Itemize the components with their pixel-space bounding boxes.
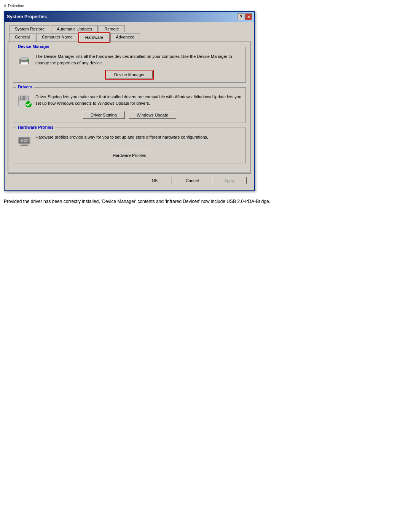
detection-label: 4. Detection bbox=[4, 4, 407, 8]
tab-general[interactable]: General bbox=[9, 33, 35, 42]
tab-hardware[interactable]: Hardware bbox=[79, 33, 110, 42]
device-manager-buttons: Device Manager bbox=[17, 71, 242, 78]
title-bar-buttons: ? ✕ bbox=[237, 13, 252, 20]
hardware-profiles-section: Hardware Profiles Hardware prof bbox=[13, 128, 246, 163]
bottom-description: Provided the driver has been correctly i… bbox=[4, 198, 346, 205]
tabs-row-1: System Restore Automatic Updates Remote bbox=[8, 25, 251, 32]
svg-rect-15 bbox=[24, 139, 28, 140]
svg-rect-8 bbox=[21, 96, 22, 99]
svg-rect-3 bbox=[22, 62, 27, 63]
dialog-content: System Restore Automatic Updates Remote … bbox=[5, 22, 254, 190]
device-manager-inner: The Device Manager lists all the hardwar… bbox=[17, 53, 242, 68]
drivers-description: Driver Signing lets you make sure that i… bbox=[35, 94, 242, 106]
drivers-inner: Driver Signing lets you make sure that i… bbox=[17, 94, 242, 108]
hardware-profiles-section-title: Hardware Profiles bbox=[16, 125, 55, 129]
cancel-button[interactable]: Cancel bbox=[175, 177, 209, 184]
hardware-tab-panel: Device Manager The Device Manager lists … bbox=[8, 42, 251, 173]
svg-rect-2 bbox=[21, 62, 28, 65]
device-manager-section: Device Manager The Device Manager lists … bbox=[13, 47, 246, 83]
system-properties-dialog: System Properties ? ✕ System Restore Aut… bbox=[4, 11, 255, 191]
apply-button[interactable]: Apply bbox=[212, 177, 247, 184]
svg-rect-14 bbox=[21, 139, 23, 142]
help-button[interactable]: ? bbox=[237, 13, 244, 20]
ok-button[interactable]: OK bbox=[138, 177, 172, 184]
svg-rect-4 bbox=[22, 64, 25, 64]
tab-automatic-updates[interactable]: Automatic Updates bbox=[51, 25, 98, 32]
tab-computer-name[interactable]: Computer Name bbox=[36, 33, 78, 42]
dialog-footer: OK Cancel Apply bbox=[8, 173, 251, 187]
close-button[interactable]: ✕ bbox=[245, 13, 252, 20]
svg-rect-1 bbox=[21, 57, 28, 60]
hardware-profiles-buttons: Hardware Profiles bbox=[17, 152, 242, 159]
device-manager-icon bbox=[17, 53, 32, 68]
dialog-title: System Properties bbox=[7, 14, 47, 19]
drivers-icon bbox=[17, 94, 32, 108]
tabs-row-2: General Computer Name Hardware Advanced bbox=[8, 33, 251, 42]
svg-rect-16 bbox=[24, 141, 27, 142]
hardware-profiles-icon bbox=[17, 134, 32, 149]
device-manager-button[interactable]: Device Manager bbox=[106, 71, 153, 78]
tab-system-restore[interactable]: System Restore bbox=[9, 25, 50, 32]
tab-advanced[interactable]: Advanced bbox=[110, 33, 140, 42]
svg-point-5 bbox=[27, 59, 29, 61]
device-manager-description: The Device Manager lists all the hardwar… bbox=[35, 53, 242, 66]
svg-rect-18 bbox=[20, 145, 29, 146]
title-bar: System Properties ? ✕ bbox=[5, 12, 254, 22]
driver-signing-button[interactable]: Driver Signing bbox=[83, 111, 125, 119]
drivers-section-title: Drivers bbox=[16, 85, 34, 89]
drivers-section: Drivers Driver Signing lets you make sur… bbox=[13, 87, 246, 123]
hardware-profiles-button[interactable]: Hardware Profiles bbox=[105, 152, 154, 159]
drivers-buttons: Driver Signing Windows Update bbox=[17, 111, 242, 119]
device-manager-section-title: Device Manager bbox=[16, 44, 51, 49]
hardware-profiles-inner: Hardware profiles provide a way for you … bbox=[17, 134, 242, 149]
tab-remote[interactable]: Remote bbox=[99, 25, 125, 32]
windows-update-button[interactable]: Windows Update bbox=[129, 111, 176, 119]
hardware-profiles-description: Hardware profiles provide a way for you … bbox=[35, 134, 242, 141]
